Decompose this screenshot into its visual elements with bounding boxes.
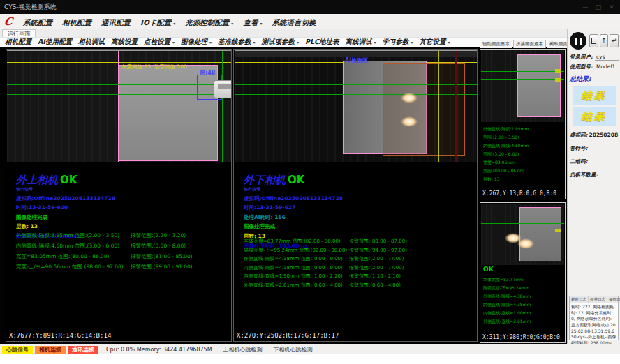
toolbar-item[interactable]: 相机配置 xyxy=(5,38,31,47)
alarm-range-text: 报警范围:(83.00 - 87.00) xyxy=(349,238,407,245)
bright-tab-glow xyxy=(517,238,534,249)
pause-icon xyxy=(580,38,582,45)
measurement-row: 外侧直线-隔膜=4.38mm 范围:(0.00 - 9.00)报警范围:(2.0… xyxy=(244,255,347,264)
log-box[interactable]: 耗时日志报警日志操作日志 耗时: 222, 网络检图耗时: 17, 网络分发耗时… xyxy=(569,296,619,340)
reference-line-yellow xyxy=(7,62,231,63)
model-value[interactable]: Model1 xyxy=(595,63,619,70)
alarm-range-text: 报警范围:(2.00 - 77.00) xyxy=(349,264,404,271)
yellow-marker xyxy=(555,229,561,232)
measurement-text: 隔膜宽度-下=95.24mm 范围:(92.00 - 98.00) xyxy=(244,248,347,253)
ai-time-line: 处理AI耗时: 166 xyxy=(244,214,343,221)
aux-image-top xyxy=(481,50,564,122)
measurement-row: 内侧直线-隔膜:4.60mm 范围:(3.00 - 6.00)报警范围:(0.0… xyxy=(16,243,124,253)
title-bar: CYS-视觉检测系统 — □ ✕ xyxy=(0,0,620,14)
login-user-row: 登录用户: cys xyxy=(570,54,619,61)
toolbar-item[interactable]: 其它设置▾ xyxy=(419,38,450,47)
log-tab[interactable]: 报警日志 xyxy=(589,296,607,303)
total-result-label: 总结果: xyxy=(570,75,620,84)
alarm-range-text: 报警范围:(0.60 - 4.00) xyxy=(349,282,401,289)
log-tab[interactable]: 操作日志 xyxy=(607,296,620,303)
upper-camera-heartbeat: 上相机心跳检测 xyxy=(223,346,263,354)
aux-result-line: 范围:(80.00 - 86.00) xyxy=(483,167,529,175)
pixel-coordinates: X:311;Y:980;R:0;G:0;B:0 xyxy=(482,334,560,340)
arrow-up-icon: ↑ xyxy=(601,37,607,44)
layers-line: 层数: 13 xyxy=(16,223,115,230)
menubar-item[interactable]: 查看▾ xyxy=(243,18,262,26)
login-user-value[interactable]: cys xyxy=(595,54,619,61)
toolbar-item[interactable]: PLC地址表 xyxy=(305,38,339,47)
tab-run-screen[interactable]: 运行画面 xyxy=(2,29,36,37)
camera-view-lower[interactable]: AI检测区 外下相机OK 输出信号 虚拟码:Offline20250208133… xyxy=(233,49,478,342)
close-icon[interactable]: ✕ xyxy=(606,0,617,14)
toolbar-item[interactable]: 学习参数▾ xyxy=(382,38,413,47)
measurement-text: 宽度-上/中=90.56mm 范围:(88.00 - 92.00) xyxy=(16,264,124,270)
barcode-label: 虚拟码: xyxy=(570,132,588,138)
tab-connector xyxy=(214,80,231,98)
aux-result-line: 本体宽度=83.77mm xyxy=(483,275,531,284)
measurement-row: 外侧直线-直线=2.61mm 范围:(0.60 - 4.00)报警范围:(0.6… xyxy=(244,282,347,291)
barcode-row: 虚拟码:20250208 xyxy=(570,132,619,139)
pixel-coordinates: X:267;Y:13;R:0;G:0;B:0 xyxy=(482,190,556,197)
aux-result-line: 内侧直线-直线=1.90mm xyxy=(483,309,531,317)
menubar-item[interactable]: 通讯配置 xyxy=(101,18,131,26)
screen-button[interactable] xyxy=(589,34,598,47)
toolbar-item[interactable]: 离线调试▾ xyxy=(345,38,376,47)
arrow-up-button[interactable]: ↑ xyxy=(600,34,609,47)
toolbar-item[interactable]: 离线设置 xyxy=(111,38,138,47)
maximize-icon[interactable]: □ xyxy=(593,0,604,14)
yellow-marker xyxy=(555,69,561,73)
aux-result-line: 外侧直线-隔膜:2.95mm xyxy=(483,125,529,133)
barcode-line: 虚拟码:Offline20250208133134728 xyxy=(16,195,115,202)
window-title: CYS-视觉检测系统 xyxy=(4,3,57,10)
aux-result-line: 内侧直线-隔膜=4.38mm xyxy=(483,301,531,309)
status-badge: 心跳信号 xyxy=(2,346,33,354)
toolbar-item[interactable]: 基准线参数▾ xyxy=(218,38,256,47)
alarm-range-text: 报警范围:(89.00 - 91.00) xyxy=(131,264,193,271)
measure-line-green xyxy=(235,94,477,95)
minimize-icon[interactable]: — xyxy=(580,0,591,14)
return-button[interactable]: ↵ xyxy=(610,34,619,47)
log-tab[interactable]: 耗时日志 xyxy=(570,296,589,303)
camera-result-title: 外下相机OK xyxy=(244,175,343,185)
toolbar-item[interactable]: 点检设置▾ xyxy=(144,38,175,47)
toolbar-items: 相机配置AI使用配置相机调试离线设置点检设置▾图像处理▾基准线参数▾测试项参数▾… xyxy=(5,38,457,47)
measurement-list-lower: 本体宽度=83.77mm 范围:(82.00 - 88.00)报警范围:(83.… xyxy=(244,238,347,290)
side-panel: ↑ ↵ 登录用户: cys 使用型号: Model1 总结果: 结果 结果 虚拟… xyxy=(567,29,620,344)
camera-image-upper: 灰度阈值:93, 动态阈值:100 层:48 xyxy=(7,50,231,162)
control-buttons: ↑ ↵ xyxy=(568,29,620,51)
camera-image-lower: AI检测区 xyxy=(235,50,477,162)
aux-result-lines: 本体宽度=83.77mm隔膜宽度-下=95.24mm外侧直线-隔膜=4.38mm… xyxy=(483,275,531,326)
menubar-item[interactable]: 系统配置 xyxy=(23,18,52,26)
toolbar-item[interactable]: 测试项参数▾ xyxy=(261,38,299,47)
toolbar-item[interactable]: 图像处理▾ xyxy=(181,38,212,47)
aux-view-tab[interactable]: 拼接画面观看 xyxy=(513,40,546,48)
menubar-item[interactable]: 相机配置 xyxy=(62,18,91,26)
measurement-row: 内侧直线-直线=1.90mm 范围:(1.00 - 2.20)报警范围:(1.1… xyxy=(244,273,347,282)
toolbar-item[interactable]: AI使用配置 xyxy=(38,38,72,47)
pause-button[interactable] xyxy=(570,32,586,50)
result-box-upper: 结果 xyxy=(573,86,616,105)
edge-vline-red xyxy=(455,51,457,162)
menubar-item[interactable]: IO卡配置▾ xyxy=(140,18,175,26)
result-block-upper: 外上相机OK 输出信号 虚拟码:Offline20250208133134728… xyxy=(16,175,115,240)
lower-camera-heartbeat: 下相机心跳检测 xyxy=(274,346,313,354)
bright-tab-glow xyxy=(401,93,418,103)
aux-view-bottom[interactable]: OK 本体宽度=83.77mm隔膜宽度-下=95.24mm外侧直线-隔膜=4.3… xyxy=(480,202,566,343)
measure-line-green xyxy=(481,71,564,72)
time-line: 时间:13-31-59-600 xyxy=(16,204,115,211)
toolbar-item[interactable]: 相机调试 xyxy=(78,38,105,47)
ai-region-label: AI检测区 xyxy=(345,56,368,64)
aux-view-top[interactable]: 外侧直线-隔膜:2.95mm范围:(2.00 - 3.50)内侧直线-隔膜:4.… xyxy=(480,49,566,199)
alarm-range-text: 报警范围:(2.00 - 77.00) xyxy=(349,255,404,262)
status-ok: OK xyxy=(60,174,77,186)
menubar-item[interactable]: 系统语言切换 xyxy=(272,18,316,26)
camera-view-upper[interactable]: 灰度阈值:93, 动态阈值:100 层:48 外上相机OK 输出信号 虚拟码:O… xyxy=(6,49,232,342)
pixel-coordinates: X:270;Y:2502;R:17;G:17;B:17 xyxy=(237,332,339,339)
aux-image-bottom xyxy=(481,204,564,265)
pixel-coordinates: X:7677;Y:891;R:14;G:14;B:14 xyxy=(9,332,111,339)
menubar-item[interactable]: 光源控制配置▾ xyxy=(185,18,233,26)
aux-view-tab[interactable]: 辅助画面显示 xyxy=(480,40,512,48)
ai-detect-box-orange xyxy=(383,63,465,156)
aux-result-line: 外侧直线-直线=2.61mm xyxy=(483,317,531,326)
threshold-overlay-text: 灰度阈值:93, 动态阈值:100 xyxy=(121,63,187,70)
